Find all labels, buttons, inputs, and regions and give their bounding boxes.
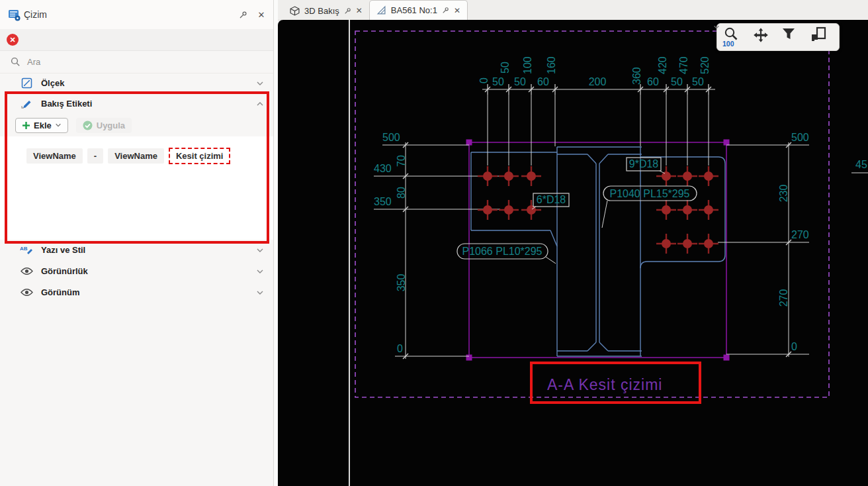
filter-tool-button[interactable] [781,26,804,48]
svg-text:70: 70 [396,155,407,167]
close-tab-icon[interactable]: ✕ [454,6,460,15]
section-gorunurluk[interactable]: Görünürlük [0,261,273,281]
apply-button-label: Uygula [97,121,125,130]
chevron-down-icon [256,267,264,275]
svg-text:470: 470 [678,56,689,74]
zoom-level: 100 [722,40,734,48]
dimension-lines [374,84,868,359]
cube-3d-icon [290,6,300,16]
drawing-properties-panel: Çizim ✕ ✕ Ara Ölçek [0,0,274,486]
pin-panel-icon[interactable] [238,9,248,20]
pan-tool-button[interactable] [752,26,775,48]
svg-text:230: 230 [778,185,789,203]
chevron-down-icon [256,79,264,87]
drawing-properties-icon [8,9,21,22]
right-bolt-label: 9*D18 [629,158,659,170]
svg-text:500: 500 [791,132,809,143]
svg-text:50: 50 [692,76,704,87]
token-kesit-cizimi[interactable]: Kesit çizimi [169,148,231,164]
svg-text:50: 50 [671,76,683,87]
filter-chevron-icon[interactable] [713,24,720,30]
left-plate-label: P1066 PL10*295 [462,246,542,257]
svg-text:80: 80 [396,187,407,199]
canvas-toolbar: 100 [716,23,840,51]
clipped-right-dim: 45 [855,159,867,170]
text-style-icon: AB [20,244,33,257]
search-icon [11,57,21,67]
filter-icon [781,26,796,41]
pin-tab-icon[interactable] [442,7,449,14]
left-bolt-label: 6*D18 [537,194,566,205]
search-input[interactable]: Ara [27,57,40,67]
tab-drawing-ba561[interactable]: BA561 No:1 ✕ [369,0,468,20]
plus-icon [22,121,30,130]
section-yazi-ve-stil-label: Yazı ve Stil [41,245,85,255]
svg-text:420: 420 [657,56,668,74]
svg-text:200: 200 [589,76,607,87]
tab-label: 3D Bakış [304,6,339,16]
view-label-actions: Ekle Uygula [0,114,273,136]
search-row[interactable]: Ara [0,50,273,73]
check-circle-icon [83,121,93,130]
apply-button[interactable]: Uygula [76,118,132,133]
close-panel-icon[interactable]: ✕ [256,9,267,20]
section-bakis-etiketi[interactable]: Bakış Etiketi [0,93,273,114]
svg-text:430: 430 [374,163,392,174]
svg-text:520: 520 [699,56,711,74]
bolt-group-right [656,166,718,254]
eye-icon [20,265,33,278]
add-button-label: Ekle [34,121,52,130]
panel-header: Çizim ✕ [0,0,273,30]
svg-text:270: 270 [778,289,789,307]
right-plate-label: P1040 PL15*295 [610,188,690,199]
drawing-canvas[interactable]: 50 50 60 200 60 50 50 0 50 100 160 360 4… [278,20,868,486]
svg-text:0: 0 [791,341,797,352]
svg-text:500: 500 [382,132,400,143]
bolt-group-left [478,166,541,220]
section-gorunurluk-label: Görünürlük [41,266,88,276]
view-label-token-list: ViewName - ViewName Kesit çizimi [0,136,273,240]
token-separator[interactable]: - [87,148,103,164]
screens-icon [810,26,828,42]
svg-text:360: 360 [631,67,642,85]
panel-title: Çizim [24,9,47,20]
chevron-down-icon [256,289,264,297]
top-dim-segments: 50 50 60 200 60 50 50 [492,76,704,87]
pan-move-icon [752,26,769,44]
token-viewname-1[interactable]: ViewName [26,148,83,164]
section-title: A-A Kesit çizimi [547,376,662,393]
svg-text:160: 160 [546,56,557,74]
section-olcek-label: Ölçek [41,78,64,88]
left-dim-labels: 500 430 350 0 70 80 350 [374,132,407,354]
app-window: Çizim ✕ ✕ Ara Ölçek [0,0,868,486]
error-badge-icon: ✕ [7,34,19,46]
svg-text:100: 100 [522,56,533,74]
drawing-ruler-icon [376,5,386,15]
chevron-down-icon [256,246,264,254]
svg-text:350: 350 [374,196,392,207]
zoom-tool-button[interactable]: 100 [723,26,746,48]
token-viewname-2[interactable]: ViewName [108,148,164,164]
svg-text:60: 60 [647,76,659,87]
section-bakis-etiketi-label: Bakış Etiketi [41,99,92,109]
svg-text:50: 50 [514,76,526,87]
svg-text:50: 50 [492,76,504,87]
chevron-up-icon [256,100,264,108]
view-tab-bar: 3D Bakış ✕ BA561 No:1 ✕ [278,0,868,21]
section-gorunum-label: Görünüm [41,287,80,297]
pin-tab-icon[interactable] [344,7,351,15]
section-olcek[interactable]: Ölçek [0,73,273,93]
screens-layout-button[interactable] [810,26,833,48]
tab-3d-view[interactable]: 3D Bakış ✕ [283,1,369,20]
add-button[interactable]: Ekle [15,118,68,133]
section-yazi-ve-stil[interactable]: AB Yazı ve Stil [0,240,273,260]
svg-text:60: 60 [537,76,549,87]
svg-text:0: 0 [397,343,403,354]
close-tab-icon[interactable]: ✕ [356,6,363,15]
section-gorunum[interactable]: Görünüm [0,282,273,303]
view-label-edit-icon [20,97,33,111]
svg-text:AB: AB [20,246,28,252]
tab-label: BA561 No:1 [391,5,437,15]
panel-status-bar: ✕ [0,29,273,51]
scale-icon [20,77,33,90]
